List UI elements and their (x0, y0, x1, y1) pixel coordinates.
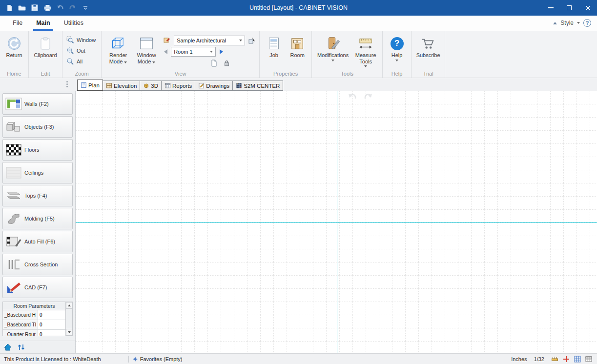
molding-label: Molding (F5) (24, 216, 55, 222)
tab-elevation[interactable]: Elevation (103, 81, 140, 91)
tops-label: Tops (F4) (24, 193, 47, 199)
home-view-button[interactable] (4, 344, 12, 351)
sort-order-button[interactable] (18, 344, 25, 351)
new-file-button[interactable] (4, 2, 15, 13)
next-room-button[interactable] (218, 48, 225, 56)
snap-icon[interactable] (551, 356, 558, 363)
modifications-label: Modifications (317, 52, 349, 59)
room-parameters-panel: Room Parameters _Baseboard H _Baseboard … (2, 302, 73, 336)
zoom-out-button[interactable]: Out (65, 46, 99, 56)
param-name: _Baseboard Tl (3, 320, 38, 329)
open-folder-icon (18, 4, 26, 11)
job-label: Job (269, 52, 278, 59)
close-button[interactable] (578, 0, 597, 16)
params-scrollbar[interactable] (65, 302, 72, 336)
help-button[interactable]: ? Help (385, 33, 409, 63)
style-brush-button[interactable] (162, 36, 172, 45)
molding-icon (3, 212, 24, 225)
subscribe-button[interactable]: Subscribe (414, 33, 442, 60)
quick-access-menu-button[interactable] (80, 2, 91, 13)
ribbon-group-zoom: Window Out All Zoom (62, 31, 102, 78)
favorites-area[interactable]: Favorites (Empty) (133, 356, 183, 362)
param-value-input[interactable] (38, 310, 65, 320)
render-mode-button[interactable]: Render Mode (104, 33, 132, 66)
style-menu-label[interactable]: Style (560, 20, 574, 26)
group-caption-view: View (102, 71, 259, 77)
tab-utilities[interactable]: Utilities (61, 16, 86, 31)
statusbar-icons (551, 356, 592, 363)
grid-toggle-icon[interactable] (574, 356, 581, 363)
statusbar-right: Inches 1/32 (511, 356, 592, 363)
units-label[interactable]: Inches (511, 356, 527, 362)
cad-label: CAD (F7) (24, 284, 47, 290)
zoom-all-label: All (77, 59, 82, 64)
undo-button[interactable] (55, 2, 65, 13)
scroll-up-button[interactable] (66, 302, 72, 309)
objects-label: Objects (F3) (24, 124, 54, 130)
print-button[interactable] (42, 2, 53, 13)
measure-tools-button[interactable]: Measure Tools (351, 33, 380, 69)
param-value-input[interactable] (38, 320, 65, 329)
style-caret-icon[interactable] (577, 22, 580, 24)
modifications-button[interactable]: Modifications (314, 33, 351, 63)
tabbar-grip-icon[interactable] (66, 81, 68, 82)
titlebar: Untitled [Layout] - CABINET VISION (0, 0, 597, 16)
help-circle-icon[interactable]: ? (583, 19, 591, 27)
tops-button[interactable]: Tops (F4) (2, 185, 73, 206)
tab-s2m-center[interactable]: S2M CENTER (233, 81, 283, 91)
auto-fill-label: Auto Fill (F6) (24, 239, 55, 244)
zoom-window-button[interactable]: Window (65, 35, 99, 45)
tab-reports[interactable]: Reports (162, 81, 195, 91)
zoom-out-icon (66, 47, 74, 55)
tab-plan-label: Plan (88, 82, 100, 88)
tab-main[interactable]: Main (33, 16, 53, 31)
room-combo-value: Room 1 (174, 49, 193, 55)
cube-3d-icon (143, 82, 149, 89)
window-controls (541, 0, 597, 16)
lock-button[interactable] (222, 58, 231, 68)
open-button[interactable] (17, 2, 27, 13)
ceilings-button[interactable]: Ceilings (2, 162, 73, 183)
walls-button[interactable]: Walls (F2) (2, 93, 73, 115)
tab-3d[interactable]: 3D (140, 81, 162, 91)
room-button[interactable]: Room (286, 33, 309, 60)
window-mode-button[interactable]: Window Mode (132, 33, 161, 66)
collapse-ribbon-icon[interactable] (553, 22, 557, 24)
job-button[interactable]: Job (262, 33, 286, 60)
scroll-up-icon (68, 304, 71, 306)
new-file-icon (6, 4, 13, 12)
auto-fill-button[interactable]: Auto Fill (F6) (2, 231, 73, 252)
new-page-button[interactable] (209, 58, 219, 68)
cad-button[interactable]: CAD (F7) (2, 277, 73, 298)
tab-drawings[interactable]: Drawings (195, 81, 233, 91)
sheet-icon[interactable] (585, 356, 592, 363)
scroll-down-button[interactable] (66, 329, 72, 336)
minimize-button[interactable] (541, 0, 560, 16)
menubar-right: Style ? (553, 19, 597, 31)
group-caption-zoom: Zoom (62, 71, 101, 77)
save-button[interactable] (29, 2, 40, 13)
maximize-button[interactable] (560, 0, 578, 16)
param-value-input[interactable] (38, 330, 65, 336)
precision-label[interactable]: 1/32 (534, 356, 544, 362)
apply-style-button[interactable] (247, 36, 257, 45)
zoom-buttons: Window Out All (65, 33, 99, 66)
redo-button[interactable] (67, 2, 78, 13)
tab-file[interactable]: File (10, 16, 25, 31)
clipboard-button[interactable]: Clipboard (31, 33, 60, 60)
room-combo[interactable]: Room 1 (171, 47, 216, 57)
zoom-all-button[interactable]: All (65, 57, 99, 66)
room-label: Room (290, 52, 304, 59)
floors-button[interactable]: Floors (2, 139, 73, 161)
return-button[interactable]: Return (2, 33, 26, 60)
molding-button[interactable]: Molding (F5) (2, 208, 73, 229)
objects-button[interactable]: Objects (F3) (2, 116, 73, 138)
tab-plan[interactable]: Plan (77, 80, 103, 91)
style-combo[interactable]: Sample Architectural (174, 36, 245, 45)
cross-section-button[interactable]: Cross Section (2, 254, 73, 275)
previous-room-button[interactable] (162, 48, 169, 56)
param-name: _Quarter Rour (3, 330, 38, 336)
drawing-canvas[interactable] (76, 91, 597, 353)
crosshair-icon[interactable] (563, 356, 570, 363)
next-room-icon (220, 49, 223, 54)
